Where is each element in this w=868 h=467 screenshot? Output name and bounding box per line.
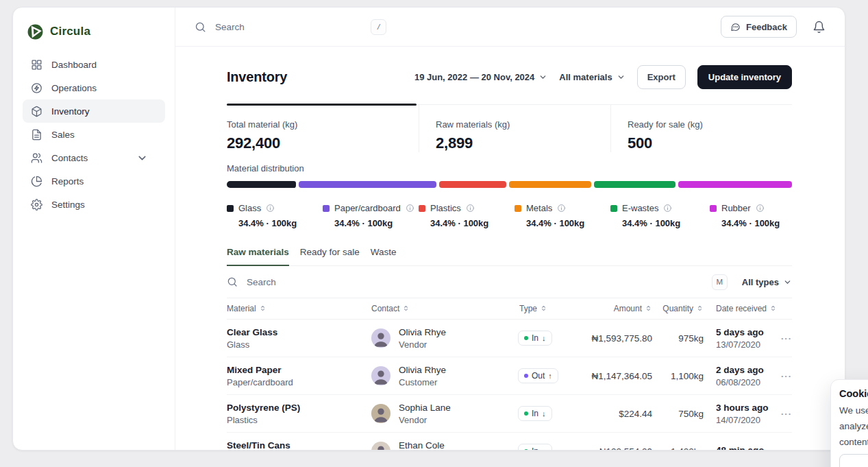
material-cell: Clear Glass Glass [227, 327, 371, 350]
stat-card[interactable]: Ready for sale (kg) 500 [610, 105, 792, 152]
distribution-segment[interactable] [509, 181, 591, 188]
distribution-segment[interactable] [678, 181, 792, 188]
table-row[interactable]: Polystyrene (PS) Plastics Sophia Lane Ve… [227, 395, 792, 433]
sort-icon [696, 304, 704, 312]
reports-icon [31, 176, 42, 187]
direction-dot [524, 411, 528, 416]
column-header-quantity[interactable]: Quantity [652, 304, 704, 313]
material-cell: Mixed Paper Paper/cardboard [227, 365, 371, 387]
avatar [371, 442, 390, 450]
stats-row: Total material (kg) 292,400 Raw material… [227, 104, 792, 152]
type-badge: In ↓ [518, 331, 552, 346]
table-body: Clear Glass Glass Olivia Rhye Vendor [227, 320, 792, 450]
type-filter[interactable]: All types [742, 277, 792, 287]
table-search-input[interactable] [245, 276, 704, 288]
cookie-body: We use analyze content [839, 403, 868, 450]
row-menu-button[interactable]: ··· [777, 333, 792, 344]
column-header-type[interactable]: Type [508, 304, 577, 313]
amount-cell: ₦1,147,364.05 [577, 371, 652, 381]
column-header-amount[interactable]: Amount [577, 304, 652, 313]
sidebar-item-sales[interactable]: Sales [23, 123, 165, 146]
tab-ready-for-sale[interactable]: Ready for sale [300, 247, 360, 266]
sidebar-item-settings[interactable]: Settings [23, 193, 165, 216]
tab-raw-materials[interactable]: Raw materials [227, 247, 289, 266]
type-cell: In ↓ [508, 444, 577, 450]
materials-filter[interactable]: All materials [559, 72, 625, 82]
direction-arrow-icon: ↓ [542, 334, 546, 342]
stat-card[interactable]: Raw materials (kg) 2,899 [419, 105, 610, 152]
info-icon[interactable] [466, 204, 475, 213]
stat-card[interactable]: Total material (kg) 292,400 [227, 105, 419, 152]
date-range-filter[interactable]: 19 Jun, 2022 — 20 Nov, 2024 [414, 72, 547, 82]
export-button[interactable]: Export [637, 65, 686, 89]
legend-color-chip [227, 205, 234, 212]
info-icon[interactable] [266, 204, 275, 213]
legend-color-chip [419, 205, 425, 212]
legend-color-chip [610, 205, 617, 212]
table-header: Material Contact Type Amount Quantity Da… [227, 298, 792, 320]
info-icon[interactable] [663, 204, 672, 213]
distribution-bar [227, 181, 792, 188]
date-received-cell: 2 days ago 06/08/2020 [704, 365, 777, 387]
inventory-icon [31, 106, 42, 117]
row-menu-button[interactable]: ··· [777, 409, 792, 419]
brand-name: Circula [50, 25, 90, 38]
feedback-button[interactable]: Feedback [721, 16, 797, 38]
sidebar-item-contacts[interactable]: Contacts [23, 146, 165, 169]
table-row[interactable]: Mixed Paper Paper/cardboard Olivia Rhye … [227, 357, 792, 395]
search-icon [227, 276, 238, 287]
contacts-icon [31, 152, 42, 164]
sidebar-item-reports[interactable]: Reports [23, 169, 165, 193]
global-search-input[interactable] [214, 21, 371, 33]
sidebar-item-dashboard[interactable]: Dashboard [23, 53, 165, 76]
feedback-bubble-icon [730, 22, 741, 32]
table-row[interactable]: Clear Glass Glass Olivia Rhye Vendor [227, 320, 792, 357]
update-inventory-button[interactable]: Update inventory [697, 65, 792, 89]
column-header-material[interactable]: Material [227, 304, 371, 313]
legend-item: E-wastes 34.4% · 100kg [610, 203, 710, 228]
table-row[interactable]: Steel/Tin Cans Metals Ethan Cole Vendor [227, 433, 792, 450]
info-icon[interactable] [406, 204, 414, 213]
type-cell: In ↓ [508, 331, 577, 346]
legend-item: Paper/cardboard 34.4% · 100kg [323, 203, 419, 228]
dashboard-icon [31, 59, 42, 71]
type-badge: In ↓ [518, 406, 552, 421]
legend-item: Rubber 34.4% · 100kg [710, 203, 792, 228]
inventory-tabs: Raw materials Ready for sale Waste [227, 247, 792, 266]
cookie-banner: Cookies We use analyze content [830, 379, 868, 467]
chevron-down-icon [136, 152, 148, 164]
row-menu-button[interactable]: ··· [777, 446, 792, 451]
distribution-segment[interactable] [227, 181, 296, 188]
column-header-contact[interactable]: Contact [371, 304, 508, 313]
distribution-segment[interactable] [299, 181, 436, 188]
sidebar-item-operations[interactable]: Operations [23, 76, 165, 99]
main-area: / Feedback Inventory 19 Jun, 2022 — 20 N… [175, 8, 845, 450]
column-header-date-received[interactable]: Date received [704, 304, 777, 313]
type-cell: Out ↑ [508, 368, 577, 383]
legend-item: Metals 34.4% · 100kg [514, 203, 610, 228]
tab-waste[interactable]: Waste [371, 247, 397, 266]
distribution-legend: Glass 34.4% · 100kg Paper/cardboard 34.4… [227, 203, 792, 228]
row-menu-button[interactable]: ··· [777, 371, 792, 381]
search-icon [195, 21, 206, 33]
info-icon[interactable] [756, 204, 765, 213]
date-received-cell: 48 min ago [704, 445, 777, 450]
brand-logo[interactable]: Circula [23, 21, 165, 42]
sort-icon [402, 304, 410, 312]
legend-color-chip [710, 205, 717, 212]
info-icon[interactable] [557, 204, 566, 213]
distribution-segment[interactable] [439, 181, 506, 188]
direction-dot [524, 374, 528, 378]
notifications-bell-icon[interactable] [813, 21, 826, 34]
sidebar-item-inventory[interactable]: Inventory [23, 99, 165, 123]
direction-arrow-icon: ↓ [542, 447, 546, 450]
material-cell: Steel/Tin Cans Metals [227, 440, 371, 451]
topbar: / Feedback [175, 8, 845, 47]
direction-dot [524, 449, 528, 450]
distribution-segment[interactable] [594, 181, 675, 188]
contact-cell: Sophia Lane Vendor [371, 403, 508, 425]
table-search-row: M All types [227, 266, 792, 298]
type-cell: In ↓ [508, 406, 577, 421]
amount-cell: ₦1,593,775.80 [577, 333, 652, 344]
cookie-accept-button[interactable] [839, 454, 868, 467]
